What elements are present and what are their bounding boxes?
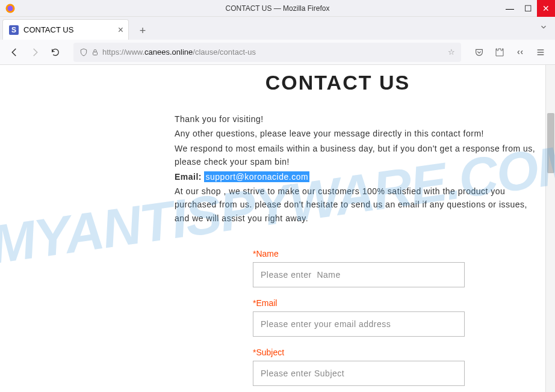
extensions-icon[interactable] [491,44,508,61]
tab-favicon: S [9,25,19,35]
svg-rect-2 [93,52,98,55]
intro-line: Thank you for visiting! [175,112,537,126]
email-label: *Email [253,298,465,308]
window-controls: — ☐ ✕ [501,0,555,16]
subject-label: *Subject [253,348,465,357]
svg-point-1 [8,5,13,11]
navigation-bar: https://www.canees.online/clause/contact… [0,40,555,65]
intro-line: Any other questions, please leave your m… [175,127,537,140]
close-tab-icon[interactable]: × [118,25,123,35]
name-label: *Name [253,249,465,259]
pocket-icon[interactable] [471,44,488,61]
reload-button[interactable] [47,44,64,61]
email-input[interactable] [253,311,465,337]
subject-input[interactable] [253,361,465,386]
menu-icon[interactable] [532,44,549,61]
contact-form: *Name *Email *Subject [253,249,537,392]
bookmark-star-icon[interactable]: ☆ [448,47,455,57]
overflow-icon[interactable] [512,44,529,61]
forward-button[interactable] [26,44,43,61]
intro-text: Thank you for visiting! Any other questi… [175,112,537,225]
back-button[interactable] [6,44,23,61]
intro-line: At our shop , we strive to make our cust… [175,185,537,225]
page-content: MYANTISPYWARE.COM CONTACT US Thank you f… [0,65,555,392]
tab-bar: S CONTACT US × + [0,17,555,40]
new-tab-button[interactable]: + [134,22,152,40]
window-titlebar: CONTACT US — Mozilla Firefox — ☐ ✕ [0,0,555,17]
tabs-dropdown-icon[interactable] [539,23,548,31]
lock-icon [91,48,99,57]
url-text: https://www.canees.online/clause/contact… [102,47,256,57]
close-window-button[interactable]: ✕ [537,0,555,17]
address-bar[interactable]: https://www.canees.online/clause/contact… [73,43,461,62]
tab-title: CONTACT US [23,25,73,34]
firefox-icon [5,3,16,14]
email-label: Email: [175,172,204,182]
window-title: CONTACT US — Mozilla Firefox [226,4,330,13]
shield-icon [79,48,88,57]
browser-tab[interactable]: S CONTACT US × [2,19,129,40]
intro-line: We respond to most emails within a busin… [175,142,537,169]
name-input[interactable] [253,262,465,287]
email-line: Email: support@koronacide.com [175,170,537,183]
maximize-button[interactable]: ☐ [519,0,537,17]
page-heading: CONTACT US [18,71,537,94]
minimize-button[interactable]: — [501,0,519,17]
email-value: support@koronacide.com [204,171,309,182]
